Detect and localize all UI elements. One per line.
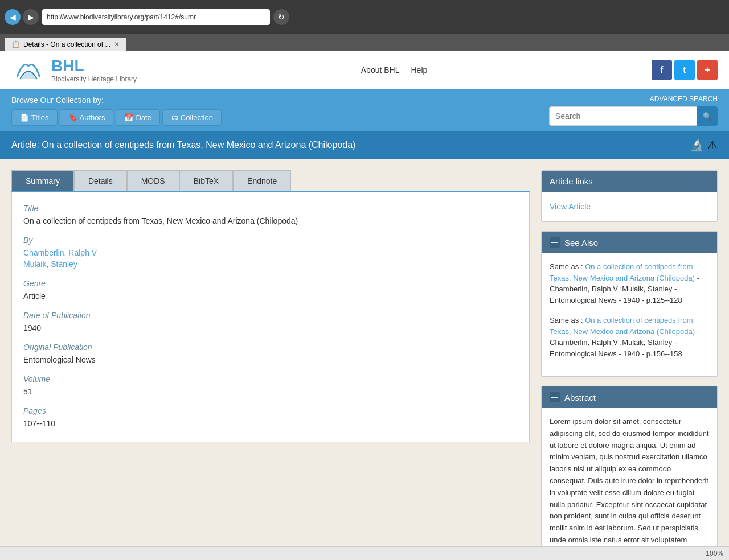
header-nav: About BHL Help: [361, 65, 428, 75]
see-also-body: Same as : On a collection of centipeds f…: [542, 253, 717, 376]
article-links-title: Article links: [550, 176, 593, 186]
authors-icon: 🔖: [68, 113, 77, 122]
article-summary-content: Title On a collection of centipeds from …: [11, 192, 530, 442]
back-button[interactable]: ◀: [5, 9, 21, 25]
date-button[interactable]: 📅 Date: [116, 109, 159, 126]
abstract-title: Abstract: [564, 393, 596, 402]
tab-bar: 📋 Details - On a collection of ... ✕: [0, 34, 729, 51]
url-text: http://www.biodiversitylibrary.org/part/…: [47, 13, 196, 21]
browser-tab[interactable]: 📋 Details - On a collection of ... ✕: [5, 38, 126, 51]
about-bhl-link[interactable]: About BHL: [361, 65, 400, 75]
search-box: 🔍: [549, 106, 718, 126]
see-also-prefix-2: Same as :: [550, 316, 585, 324]
logo-area: BHL Biodiversity Heritage Library: [11, 57, 137, 83]
tab-close-button[interactable]: ✕: [114, 40, 120, 48]
article-title: Article: On a collection of centipeds fr…: [11, 140, 355, 150]
see-also-panel: — See Also Same as : On a collection of …: [541, 231, 718, 377]
see-also-header: — See Also: [542, 232, 717, 253]
article-action-icons: 🔬 ⚠: [690, 138, 718, 152]
left-panel: Summary Details MODS BibTeX Endnote Titl…: [11, 170, 530, 560]
bhl-logo-icon: [11, 57, 46, 83]
collection-icon: 🗂: [171, 113, 178, 122]
warning-icon[interactable]: ⚠: [707, 138, 718, 152]
article-links-body: View Article: [542, 192, 717, 221]
article-title-bar: Article: On a collection of centipeds fr…: [0, 131, 729, 159]
article-links-header: Article links: [542, 171, 717, 192]
browse-right: ADVANCED SEARCH 🔍: [549, 95, 718, 126]
author-2-link[interactable]: Mulaik, Stanley: [23, 260, 77, 269]
see-also-item-1: Same as : On a collection of centipeds f…: [550, 261, 709, 306]
tab-title: Details - On a collection of ...: [23, 40, 110, 48]
date-icon: 📅: [124, 113, 133, 122]
author-2: Mulaik, Stanley: [23, 260, 518, 269]
publication-label: Original Publication: [23, 343, 518, 352]
see-also-icon: —: [550, 237, 560, 248]
authors-button[interactable]: 🔖 Authors: [60, 109, 114, 126]
article-links-panel: Article links View Article: [541, 170, 718, 222]
advanced-search-link[interactable]: ADVANCED SEARCH: [650, 95, 718, 103]
help-link[interactable]: Help: [411, 65, 427, 75]
tab-mods[interactable]: MODS: [127, 170, 179, 191]
abstract-body: Lorem ipsum dolor sit amet, consectetur …: [542, 408, 717, 560]
publication-value: Entomological News: [23, 355, 518, 364]
logo-subtitle: Biodiversity Heritage Library: [51, 75, 137, 83]
author-1: Chamberlin, Ralph V: [23, 248, 518, 257]
browse-left: Browse Our Collection by: 📄 Titles 🔖 Aut…: [11, 96, 222, 126]
reload-button[interactable]: ↻: [273, 9, 289, 25]
binoculars-icon[interactable]: 🔬: [690, 138, 704, 152]
social-icons: f t +: [652, 60, 718, 80]
browser-chrome: ◀ ▶ http://www.biodiversitylibrary.org/p…: [0, 0, 729, 34]
tab-endnote[interactable]: Endnote: [233, 170, 291, 191]
see-also-title: See Also: [564, 238, 598, 248]
search-icon: 🔍: [703, 112, 712, 121]
abstract-panel: — Abstract Lorem ipsum dolor sit amet, c…: [541, 386, 718, 560]
facebook-icon[interactable]: f: [652, 60, 672, 80]
volume-label: Volume: [23, 374, 518, 384]
collection-label: Collection: [181, 113, 213, 122]
genre-value: Article: [23, 291, 518, 300]
volume-value: 51: [23, 387, 518, 396]
titles-label: Titles: [31, 113, 49, 122]
tab-details[interactable]: Details: [74, 170, 127, 191]
browse-buttons: 📄 Titles 🔖 Authors 📅 Date 🗂 Collection: [11, 109, 222, 126]
search-input[interactable]: [549, 106, 697, 126]
browse-label: Browse Our Collection by:: [11, 96, 222, 105]
collection-button[interactable]: 🗂 Collection: [162, 109, 222, 126]
main-content: Summary Details MODS BibTeX Endnote Titl…: [0, 159, 729, 560]
tab-summary[interactable]: Summary: [11, 170, 74, 191]
forward-button[interactable]: ▶: [23, 9, 39, 25]
pages-value: 107--110: [23, 419, 518, 428]
googleplus-icon[interactable]: +: [697, 60, 718, 80]
author-1-link[interactable]: Chamberlin, Ralph V: [23, 248, 97, 257]
tab-favicon: 📋: [11, 40, 20, 48]
date-label: Date: [136, 113, 151, 122]
genre-label: Genre: [23, 279, 518, 288]
titles-button[interactable]: 📄 Titles: [11, 109, 58, 126]
view-article-link[interactable]: View Article: [550, 200, 709, 213]
abstract-text: Lorem ipsum dolor sit amet, consectetur …: [550, 416, 709, 560]
abstract-header: — Abstract: [542, 386, 717, 408]
twitter-icon[interactable]: t: [674, 60, 695, 80]
right-panel: Article links View Article — See Also Sa…: [541, 170, 718, 560]
nav-controls: ◀ ▶: [5, 9, 39, 25]
titles-icon: 📄: [20, 113, 29, 122]
status-bar: 100%: [0, 546, 729, 560]
address-bar[interactable]: http://www.biodiversitylibrary.org/part/…: [42, 9, 270, 25]
search-button[interactable]: 🔍: [697, 106, 718, 126]
title-value: On a collection of centipeds from Texas,…: [23, 216, 518, 225]
pages-label: Pages: [23, 406, 518, 415]
title-label: Title: [23, 204, 518, 213]
zoom-level: 100%: [706, 550, 723, 558]
content-tabs: Summary Details MODS BibTeX Endnote: [11, 170, 530, 192]
logo-text: BHL: [51, 57, 137, 75]
abstract-icon: —: [550, 392, 560, 402]
browse-bar: Browse Our Collection by: 📄 Titles 🔖 Aut…: [0, 89, 729, 131]
tab-bibtex[interactable]: BibTeX: [179, 170, 233, 191]
see-also-item-2: Same as : On a collection of centipeds f…: [550, 315, 709, 359]
date-label: Date of Publication: [23, 311, 518, 320]
site-header: BHL Biodiversity Heritage Library About …: [0, 51, 729, 89]
date-value: 1940: [23, 323, 518, 332]
authors-label: Authors: [80, 113, 105, 122]
see-also-prefix-1: Same as :: [550, 262, 585, 271]
by-label: By: [23, 236, 518, 245]
